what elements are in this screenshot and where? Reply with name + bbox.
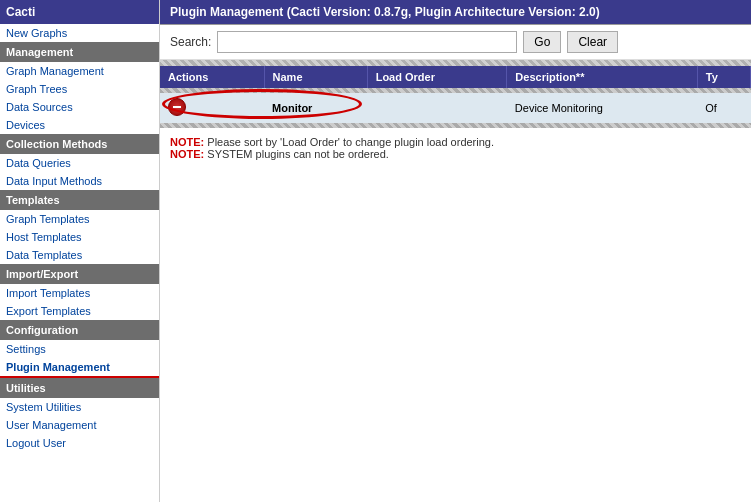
sidebar-section-templates: Templates — [0, 190, 159, 210]
notes-section: NOTE: Please sort by 'Load Order' to cha… — [160, 128, 751, 168]
note-2-text: SYSTEM plugins can not be ordered. — [207, 148, 389, 160]
row-description: Device Monitoring — [507, 93, 697, 123]
search-label: Search: — [170, 35, 211, 49]
table-divider-bottom — [160, 123, 751, 128]
table-row: Monitor Device Monitoring Of — [160, 93, 751, 123]
plugin-table: Actions Name Load Order Description** Ty — [160, 66, 751, 128]
col-type: Ty — [697, 66, 750, 88]
sidebar-top-header: Cacti — [0, 0, 159, 24]
sidebar-section-collection-methods[interactable]: Collection Methods — [0, 134, 159, 154]
plugin-table-container: Actions Name Load Order Description** Ty — [160, 60, 751, 502]
search-bar: Search: Go Clear — [160, 25, 751, 60]
row-load-order — [367, 93, 507, 123]
table-wrapper: Actions Name Load Order Description** Ty — [160, 66, 751, 128]
col-name: Name — [264, 66, 367, 88]
page-title: Plugin Management (Cacti Version: 0.8.7g… — [160, 0, 751, 25]
note-2: NOTE: SYSTEM plugins can not be ordered. — [170, 148, 741, 160]
row-name: Monitor — [264, 93, 367, 123]
sidebar-section-configuration: Configuration — [0, 320, 159, 340]
sidebar-item-new-graphs[interactable]: New Graphs — [0, 24, 159, 42]
sidebar-item-host-templates[interactable]: Host Templates — [0, 228, 159, 246]
sidebar-item-user-management[interactable]: User Management — [0, 416, 159, 434]
note-1-text: Please sort by 'Load Order' to change pl… — [207, 136, 494, 148]
plugin-action-icon[interactable] — [168, 98, 186, 116]
sidebar-item-data-input-methods[interactable]: Data Input Methods — [0, 172, 159, 190]
search-input[interactable] — [217, 31, 517, 53]
sidebar-item-graph-management[interactable]: Graph Management — [0, 62, 159, 80]
sidebar-item-graph-trees[interactable]: Graph Trees — [0, 80, 159, 98]
sidebar-item-system-utilities[interactable]: System Utilities — [0, 398, 159, 416]
sidebar-item-data-sources[interactable]: Data Sources — [0, 98, 159, 116]
main-content: Plugin Management (Cacti Version: 0.8.7g… — [160, 0, 751, 502]
sidebar-item-devices[interactable]: Devices — [0, 116, 159, 134]
sidebar-item-data-templates[interactable]: Data Templates — [0, 246, 159, 264]
sidebar-section-import-export: Import/Export — [0, 264, 159, 284]
sidebar-item-plugin-management[interactable]: Plugin Management — [0, 358, 159, 378]
sidebar-section-utilities: Utilities — [0, 378, 159, 398]
sidebar-section-management: Management — [0, 42, 159, 62]
sidebar-item-export-templates[interactable]: Export Templates — [0, 302, 159, 320]
row-actions — [160, 93, 264, 123]
col-actions: Actions — [160, 66, 264, 88]
table-header-row: Actions Name Load Order Description** Ty — [160, 66, 751, 88]
sidebar-item-data-queries[interactable]: Data Queries — [0, 154, 159, 172]
sidebar-item-import-templates[interactable]: Import Templates — [0, 284, 159, 302]
sidebar: Cacti New Graphs Management Graph Manage… — [0, 0, 160, 502]
note-2-label: NOTE: — [170, 148, 204, 160]
note-1-label: NOTE: — [170, 136, 204, 148]
sidebar-item-graph-templates[interactable]: Graph Templates — [0, 210, 159, 228]
col-load-order: Load Order — [367, 66, 507, 88]
note-1: NOTE: Please sort by 'Load Order' to cha… — [170, 136, 741, 148]
go-button[interactable]: Go — [523, 31, 561, 53]
row-type: Of — [697, 93, 750, 123]
sidebar-item-logout-user[interactable]: Logout User — [0, 434, 159, 452]
clear-button[interactable]: Clear — [567, 31, 618, 53]
sidebar-item-settings[interactable]: Settings — [0, 340, 159, 358]
col-description: Description** — [507, 66, 697, 88]
